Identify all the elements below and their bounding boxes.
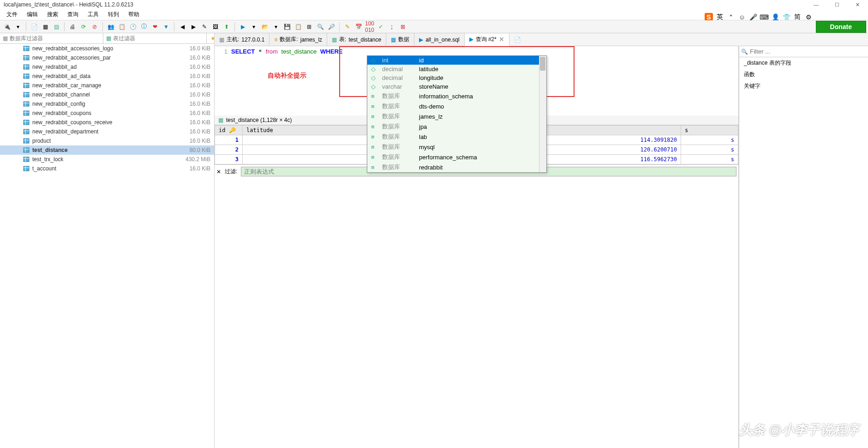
scroll-thumb[interactable] bbox=[540, 57, 545, 71]
run-icon[interactable]: ▶ bbox=[238, 22, 248, 32]
tab-data[interactable]: ▦ 数据 bbox=[386, 33, 414, 46]
tree-item[interactable]: new_redrabbit_config16.0 KiB bbox=[0, 99, 214, 109]
text-icon[interactable]: ✎ bbox=[199, 22, 210, 32]
health-icon[interactable]: ❤ bbox=[150, 22, 160, 32]
dropdown-icon[interactable]: ▾ bbox=[13, 22, 23, 32]
autocomplete-item[interactable]: ◇decimallatitude bbox=[367, 65, 546, 73]
maximize-button[interactable]: ☐ bbox=[826, 0, 847, 9]
filter-icon[interactable]: ▼ bbox=[161, 22, 171, 32]
exit-icon[interactable]: ⊠ bbox=[398, 22, 408, 32]
tab-database[interactable]: ≡ 数据库: james_lz bbox=[269, 33, 327, 46]
run-drop-icon[interactable]: ▾ bbox=[249, 22, 259, 32]
tree-item[interactable]: new_redrabbit_accessories_par16.0 KiB bbox=[0, 53, 214, 62]
sql-editor[interactable]: 1SELECT * from test_distance WHERE 自动补全提… bbox=[215, 46, 738, 57]
tab-host[interactable]: ▦ 主机: 127.0.0.1 bbox=[215, 33, 269, 46]
calendar-icon[interactable]: 📅 bbox=[353, 22, 364, 32]
autocomplete-item[interactable]: ≡数据库redrabbit bbox=[367, 162, 546, 172]
tree-item[interactable]: new_redrabbit_ad16.0 KiB bbox=[0, 62, 214, 72]
tree-item[interactable]: product16.0 KiB bbox=[0, 136, 214, 145]
menu-文件[interactable]: 文件 bbox=[2, 9, 22, 20]
tree-item[interactable]: new_redrabbit_coupons16.0 KiB bbox=[0, 109, 214, 118]
cell[interactable]: s bbox=[681, 155, 738, 164]
menu-转到[interactable]: 转到 bbox=[103, 9, 124, 20]
tree-item[interactable]: test_trx_lock430.2 MiB bbox=[0, 155, 214, 164]
autocomplete-item[interactable]: ≡数据库performance_schema bbox=[367, 152, 546, 162]
object-tree[interactable]: new_redrabbit_accessories_logo16.0 KiBne… bbox=[0, 44, 214, 448]
find2-icon[interactable]: 🔎 bbox=[326, 22, 336, 32]
close-tab-icon[interactable]: ✕ bbox=[499, 36, 504, 43]
autocomplete-item[interactable]: ◇intid bbox=[367, 56, 546, 65]
menu-编辑[interactable]: 编辑 bbox=[22, 9, 42, 20]
table-icon[interactable]: ▤ bbox=[51, 22, 61, 32]
table-filter-input[interactable] bbox=[113, 35, 204, 42]
image-icon[interactable]: 🖼 bbox=[210, 22, 221, 32]
tab-table[interactable]: ▦ 表: test_distance bbox=[327, 33, 386, 46]
tab-query[interactable]: ▶ 查询 #2* ✕ bbox=[465, 34, 509, 46]
favorite-icon[interactable]: ★ bbox=[207, 33, 214, 43]
autocomplete-item[interactable]: ≡数据库dts-demo bbox=[367, 101, 546, 111]
helper-filter[interactable]: 🔍 bbox=[739, 46, 868, 57]
expand-icon[interactable]: ⊞ bbox=[304, 22, 314, 32]
users-icon[interactable]: 👥 bbox=[106, 22, 116, 32]
export-icon[interactable]: ⬆ bbox=[221, 22, 232, 32]
tab-new[interactable]: 📄 bbox=[509, 33, 526, 46]
prev-icon[interactable]: ◀ bbox=[177, 22, 187, 32]
autocomplete-item[interactable]: ≡数据库jpa bbox=[367, 121, 546, 132]
format-icon[interactable]: ✓ bbox=[376, 22, 386, 32]
clock-icon[interactable]: 🕐 bbox=[128, 22, 138, 32]
autocomplete-item[interactable]: ◇decimallongitude bbox=[367, 73, 546, 82]
tree-item[interactable]: new_redrabbit_accessories_logo16.0 KiB bbox=[0, 44, 214, 53]
donate-button[interactable]: Donate bbox=[816, 21, 866, 33]
status-icon[interactable]: ⓘ bbox=[139, 22, 149, 32]
cell[interactable]: s bbox=[681, 135, 738, 145]
tree-item[interactable]: new_redrabbit_ad_data16.0 KiB bbox=[0, 72, 214, 81]
tree-item[interactable]: new_redrabbit_coupons_receive16.0 KiB bbox=[0, 118, 214, 127]
helper-item[interactable]: 关键字 bbox=[739, 80, 868, 92]
minimize-button[interactable]: — bbox=[806, 0, 826, 9]
cell[interactable]: 2 bbox=[215, 145, 243, 155]
save-icon[interactable]: 💾 bbox=[282, 22, 292, 32]
autocomplete-item[interactable]: ≡数据库james_lz bbox=[367, 111, 546, 121]
vars-icon[interactable]: 📋 bbox=[117, 22, 127, 32]
snippet-icon[interactable]: 📋 bbox=[293, 22, 303, 32]
semicolon-icon[interactable]: ; bbox=[387, 22, 397, 32]
new-tab-icon[interactable]: 📄 bbox=[29, 22, 39, 32]
helper-filter-input[interactable] bbox=[750, 48, 866, 55]
open-icon[interactable]: 📂 bbox=[260, 22, 270, 32]
column-header[interactable]: s bbox=[681, 126, 738, 135]
table-filter[interactable]: ▦ bbox=[103, 33, 207, 43]
tables-icon[interactable]: ▦ bbox=[40, 22, 50, 32]
autocomplete-item[interactable]: ≡数据库information_schema bbox=[367, 91, 546, 101]
cell[interactable]: s bbox=[681, 145, 738, 155]
tab-file[interactable]: ▶ all_in_one.sql bbox=[414, 33, 464, 46]
helper-item[interactable]: 函数 bbox=[739, 69, 868, 80]
cell[interactable]: 1 bbox=[215, 135, 243, 145]
db-filter-input[interactable] bbox=[10, 35, 100, 42]
autocomplete-item[interactable]: ≡数据库lab bbox=[367, 132, 546, 142]
scrollbar[interactable] bbox=[539, 56, 546, 172]
find-icon[interactable]: 🔍 bbox=[315, 22, 325, 32]
binary-icon[interactable]: 100010 bbox=[365, 22, 375, 32]
close-button[interactable]: ✕ bbox=[847, 0, 868, 9]
next-icon[interactable]: ▶ bbox=[188, 22, 198, 32]
autocomplete-popup[interactable]: ◇intid◇decimallatitude◇decimallongitude◇… bbox=[367, 55, 547, 173]
highlight-icon[interactable]: ✎ bbox=[342, 22, 353, 32]
autocomplete-item[interactable]: ◇varcharstoreName bbox=[367, 82, 546, 91]
tree-item[interactable]: t_account16.0 KiB bbox=[0, 164, 214, 173]
connect-icon[interactable]: 🔌 bbox=[2, 22, 12, 32]
open-drop-icon[interactable]: ▾ bbox=[271, 22, 281, 32]
tree-item[interactable]: new_redrabbit_car_manage16.0 KiB bbox=[0, 81, 214, 90]
helper-item[interactable]: _distance 表的字段 bbox=[739, 57, 868, 69]
refresh-icon[interactable]: ⟳ bbox=[78, 22, 89, 32]
column-header[interactable]: id 🔑 bbox=[215, 126, 243, 135]
cell[interactable]: 3 bbox=[215, 155, 243, 164]
menu-搜索[interactable]: 搜索 bbox=[42, 9, 63, 20]
tree-item[interactable]: new_redrabbit_department16.0 KiB bbox=[0, 127, 214, 136]
menu-工具[interactable]: 工具 bbox=[83, 9, 103, 20]
menu-查询[interactable]: 查询 bbox=[63, 9, 83, 20]
menu-帮助[interactable]: 帮助 bbox=[124, 9, 144, 20]
tree-item[interactable]: new_redrabbit_channel16.0 KiB bbox=[0, 90, 214, 99]
stop-icon[interactable]: ⊘ bbox=[90, 22, 100, 32]
autocomplete-item[interactable]: ≡数据库mysql bbox=[367, 142, 546, 152]
print-icon[interactable]: 🖨 bbox=[67, 22, 78, 32]
